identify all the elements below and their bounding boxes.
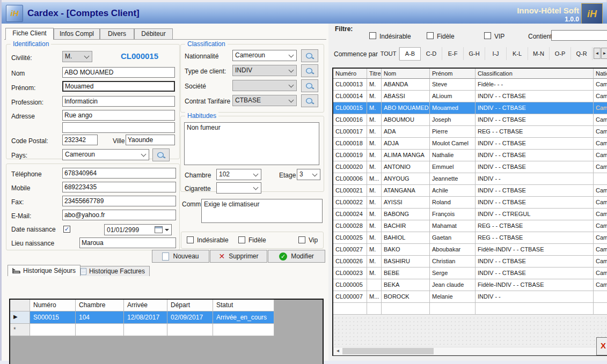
supprimer-button[interactable]: ✕ Supprimer xyxy=(210,250,267,263)
profession-field[interactable] xyxy=(62,96,175,107)
cigarette-select[interactable] xyxy=(216,182,261,194)
table-row[interactable]: CL000024 M. BABONG François INDIV - - CT… xyxy=(333,209,607,220)
range-item[interactable]: K-L xyxy=(507,47,528,60)
civilite-select[interactable]: M. xyxy=(62,51,92,62)
telephone-field[interactable] xyxy=(62,168,176,179)
clients-hscrollbar[interactable]: ◄ xyxy=(333,347,606,355)
table-row[interactable]: CL000015 M. ABO MOUAMED Mouamed INDIV - … xyxy=(333,102,607,114)
table-row[interactable]: CL000021 M. ATANGANA Achile INDIV - - CT… xyxy=(333,185,607,197)
contient-input[interactable] xyxy=(551,30,607,41)
clients-col-classification[interactable]: Classification xyxy=(476,69,594,79)
habitudes-textarea[interactable]: Non fumeur xyxy=(184,122,319,165)
nationalite-select[interactable]: Cameroun xyxy=(232,50,297,61)
hscroll-left-arrow[interactable]: ◄ xyxy=(334,347,342,355)
table-row[interactable]: CL000019 M. ALIMA MANGA Nathalie INDIV -… xyxy=(333,150,607,161)
type-client-search-button[interactable] xyxy=(301,64,318,77)
filter-fidele-checkbox[interactable] xyxy=(427,32,434,39)
date-naissance-checkbox[interactable]: ✓ xyxy=(63,226,70,233)
prenom-field[interactable] xyxy=(62,81,175,92)
contrat-select[interactable]: CTBASE xyxy=(232,95,297,106)
mobile-field[interactable] xyxy=(62,182,176,192)
nom-field[interactable] xyxy=(62,67,175,78)
adresse-field[interactable] xyxy=(62,110,175,121)
table-row[interactable]: CL000027 M. BAKO Aboubakar Fidèle-INDIV … xyxy=(333,244,607,256)
classification-group-title: Classification xyxy=(185,40,228,48)
table-row[interactable]: CL000020 M. ANTONIO Emmuel INDIV - - CTB… xyxy=(333,161,607,173)
tab-fiche-client[interactable]: Fiche Client xyxy=(5,28,54,40)
range-item[interactable]: E-F xyxy=(442,47,464,60)
chambre-select[interactable]: 102 xyxy=(216,169,261,180)
tab-historique-sejours[interactable]: Historique Séjours xyxy=(8,265,81,276)
range-item[interactable]: Q-R xyxy=(571,47,593,60)
table-row[interactable]: CL000017 M. ADA Pierre REG - - CTBASE Ca… xyxy=(333,126,607,138)
societe-search-button[interactable] xyxy=(301,79,318,92)
range-item[interactable]: C-D xyxy=(421,47,442,60)
range-item[interactable]: I-J xyxy=(485,47,507,60)
sejours-col-numero[interactable]: Numéro xyxy=(30,300,76,311)
table-row[interactable]: CL000026 M. BASHIRU Christian INDIV - - … xyxy=(333,256,607,268)
hscroll-thumb[interactable] xyxy=(342,348,434,354)
sejours-col-depart[interactable]: Départ xyxy=(167,300,213,311)
fax-field[interactable] xyxy=(62,196,176,206)
nationalite-search-button[interactable] xyxy=(301,49,318,62)
vip-checkbox[interactable] xyxy=(298,236,305,243)
clients-col-numero[interactable]: Numéro xyxy=(333,69,367,79)
indesirable-checkbox[interactable] xyxy=(187,236,194,243)
cell-classification: INDIV - - CTBASE xyxy=(476,197,594,209)
sejours-col-chambre[interactable]: Chambre xyxy=(76,300,124,311)
email-field[interactable] xyxy=(62,210,176,220)
range-item[interactable]: O-P xyxy=(550,47,571,60)
clients-col-nationalite[interactable]: Nationalité xyxy=(594,69,607,79)
nouveau-button[interactable]: Nouveau xyxy=(152,250,209,263)
range-item[interactable]: A-B xyxy=(399,47,421,61)
filter-indesirable-checkbox[interactable] xyxy=(369,32,376,39)
sejours-new-row[interactable]: * xyxy=(10,324,274,336)
comm-textarea[interactable]: Exige le climatiseur xyxy=(201,199,323,223)
sejours-row[interactable]: ▶ S000015 104 12/08/2017 02/09/2017 Arri… xyxy=(10,311,274,324)
range-scroll-left-button[interactable]: ◄ xyxy=(594,48,601,59)
filter-vip-checkbox[interactable] xyxy=(484,32,491,39)
tab-divers[interactable]: Divers xyxy=(100,28,134,39)
tab-infos-compl[interactable]: Infos Compl xyxy=(54,28,100,39)
tab-historique-factures[interactable]: Historique Factures xyxy=(76,266,150,276)
sejours-col-statut[interactable]: Statut xyxy=(213,300,274,311)
etage-select[interactable]: 3 xyxy=(297,169,320,180)
excel-export-button[interactable]: X xyxy=(596,337,607,355)
cell-nationalite: Cameroun xyxy=(594,91,607,102)
modifier-button[interactable]: ✓ Modifier xyxy=(268,250,325,263)
table-row[interactable]: CL000028 M. BACHIR Mahamat REG - - CTBAS… xyxy=(333,220,607,232)
pays-search-button[interactable] xyxy=(152,148,170,161)
table-row[interactable]: CL000025 M. BAHIOL Gaetan REG - - CTBASE… xyxy=(333,232,607,244)
cell-classification: INDIV - - CTBASE xyxy=(476,161,594,173)
clients-col-prenom[interactable]: Prénom xyxy=(430,69,476,79)
range-scroll-right-button[interactable]: ► xyxy=(601,48,607,59)
range-item[interactable]: M-N xyxy=(528,47,550,60)
code-postal-field[interactable] xyxy=(62,135,98,145)
clients-col-nom[interactable]: Nom xyxy=(382,69,430,79)
sejours-col-arrivee[interactable]: Arrivée xyxy=(124,300,167,311)
lieu-naissance-field[interactable] xyxy=(79,237,176,248)
date-naissance-picker[interactable]: 01/01/2999 xyxy=(104,224,172,235)
table-row[interactable]: CL000022 M. AYISSI Roland INDIV - - CTBA… xyxy=(333,197,607,209)
range-item[interactable]: G-H xyxy=(464,47,485,60)
table-row[interactable]: CL000006 M... ANYOUG Jeannette INDIV - - xyxy=(333,173,607,185)
contrat-search-button[interactable] xyxy=(301,94,318,107)
societe-select[interactable] xyxy=(232,80,297,91)
cell-titre: M. xyxy=(367,161,382,173)
adresse2-field[interactable] xyxy=(62,122,175,133)
table-row[interactable]: CL000023 M. BEBE Serge INDIV - - CTBASE … xyxy=(333,268,607,279)
range-item[interactable]: TOUT xyxy=(378,47,399,60)
fidele-checkbox[interactable] xyxy=(238,236,245,243)
table-row[interactable]: CL000013 M. ABANDA Steve Fidèle- - - Cam… xyxy=(333,79,607,91)
table-row[interactable]: CL000016 M. ABOUMOU Joseph INDIV - - CTB… xyxy=(333,114,607,126)
table-row[interactable]: CL000018 M. ADJA Moulot Camel INDIV - - … xyxy=(333,138,607,150)
type-client-select[interactable]: INDIV xyxy=(232,65,297,76)
table-row[interactable]: CL000005 BEKA Jean claude Fidèle-INDIV -… xyxy=(333,279,607,291)
tab-debiteur[interactable]: Débiteur xyxy=(134,28,173,39)
table-row[interactable]: CL000014 M. ABASSI ALioum INDIV - - CTBA… xyxy=(333,91,607,102)
pays-select[interactable]: Cameroun xyxy=(62,149,149,160)
ville-field[interactable] xyxy=(126,135,175,145)
table-row[interactable]: CL000007 M... BOROCK Melanie INDIV - - xyxy=(333,291,607,303)
clients-col-titre[interactable]: Titre xyxy=(367,69,382,79)
brand-block: Innov-Hôtel Soft 1.0.0 xyxy=(517,6,579,23)
